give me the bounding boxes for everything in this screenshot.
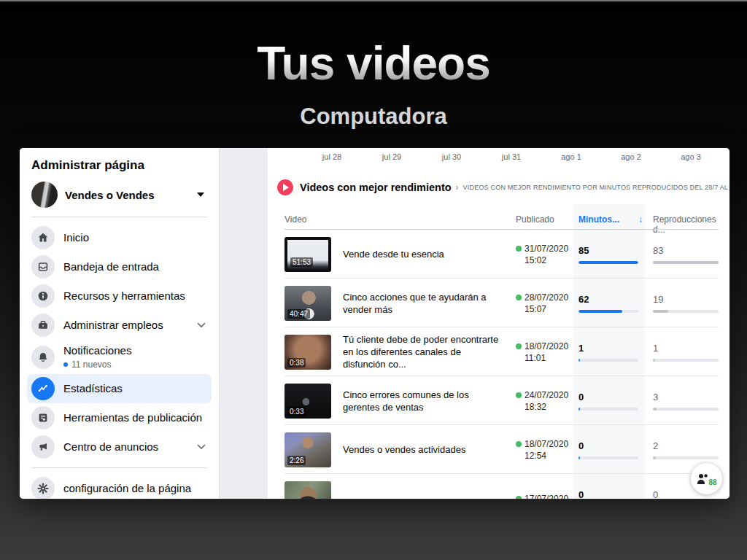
table-row[interactable]: 0:33 Cinco errores comunes de los gerent… [268, 376, 729, 425]
sidebar-item-label: Herramientas de publicación [63, 411, 207, 424]
video-title: Vende desde tu esencia [343, 248, 444, 260]
status-dot-icon [516, 496, 522, 499]
audience-count-badge[interactable]: 88 [691, 463, 722, 494]
video-thumbnail: 51:53 [285, 237, 331, 272]
status-dot-icon [516, 392, 522, 398]
publish-date: 31/07/2020 [525, 243, 568, 254]
gear-icon [31, 477, 55, 499]
page-selector[interactable]: Vendes o Vendes [31, 179, 207, 211]
info-circle-icon [31, 284, 55, 308]
minutes-cell: 62 [578, 294, 653, 313]
views-bar-fill [653, 408, 657, 411]
video-table-body: 51:53 Vende desde tu esencia 31/07/2020 … [268, 230, 729, 499]
minutes-value: 0 [578, 440, 653, 451]
stats-icon [31, 377, 55, 400]
section-title-link[interactable]: Videos con mejor rendimiento [300, 182, 452, 193]
sidebar-item-notificaciones[interactable]: Notificaciones 11 nuevos [27, 340, 212, 374]
publish-date: 18/07/2020 [525, 438, 568, 450]
video-cell: 2:26 Vendes o vendes actividades [285, 432, 516, 467]
notification-badge: 11 nuevos [63, 359, 207, 370]
publish-date: 24/07/2020 [525, 389, 568, 401]
views-bar-fill [653, 310, 668, 313]
video-title: Cinco acciones que te ayudarán a vender … [343, 291, 500, 316]
sidebar-item-label: Administrar empleos [63, 319, 197, 331]
minutes-bar-fill [578, 261, 638, 264]
views-cell: 0 [653, 489, 729, 499]
blue-dot-icon [63, 362, 68, 367]
views-bar [653, 408, 719, 411]
chevron-down-icon [197, 322, 206, 328]
table-row[interactable]: 0:38 Tú cliente debe de poder encontrart… [268, 327, 729, 376]
sidebar-item-recursos[interactable]: Recursos y herramientas [27, 281, 212, 311]
video-duration: 0:33 [287, 407, 306, 416]
sidebar-item-empleos[interactable]: Administrar empleos [27, 311, 212, 340]
video-cell [285, 481, 516, 499]
views-cell: 19 [653, 294, 729, 313]
bell-icon [31, 346, 55, 369]
sidebar-item-estadisticas[interactable]: Estadísticas [27, 374, 212, 403]
table-row[interactable]: 51:53 Vende desde tu esencia 31/07/2020 … [268, 230, 729, 279]
video-cell: 40:47 Cinco acciones que te ayudarán a v… [285, 286, 516, 321]
minutes-cell: 0 [578, 392, 653, 411]
chevron-down-icon [197, 444, 206, 450]
axis-date-label: jul 28 [302, 152, 362, 161]
minutes-cell: 0 [578, 440, 653, 459]
breadcrumb-separator: › [456, 182, 459, 192]
published-cell: 24/07/2020 18:32 [516, 389, 578, 413]
minutes-value: 62 [578, 294, 653, 305]
notification-count: 11 nuevos [71, 359, 112, 370]
views-bar-fill [653, 359, 655, 362]
views-value: 1 [653, 343, 729, 354]
video-title: Tú cliente debe de poder encontrarte en … [343, 333, 500, 370]
minutes-cell: 85 [578, 245, 653, 264]
publish-time: 15:02 [525, 254, 568, 266]
views-bar [653, 359, 719, 362]
briefcase-icon [31, 314, 55, 337]
megaphone-icon [31, 435, 55, 459]
video-duration: 2:26 [287, 456, 306, 465]
table-row[interactable]: 40:47 Cinco acciones que te ayudarán a v… [268, 279, 729, 327]
sidebar-item-centro-anuncios[interactable]: Centro de anuncios [27, 432, 212, 462]
video-cell: 51:53 Vende desde tu esencia [285, 237, 516, 272]
sidebar-item-herramientas-publicacion[interactable]: Herramientas de publicación [27, 403, 212, 432]
minutes-bar [578, 456, 638, 459]
status-dot-icon [516, 441, 522, 447]
publish-date: 18/07/2020 [525, 341, 568, 352]
sort-descending-icon: ↓ [638, 214, 653, 225]
minutes-bar [578, 408, 638, 411]
section-header: Videos con mejor rendimiento › VIDEOS CO… [277, 179, 729, 196]
axis-date-label: jul 31 [481, 152, 541, 161]
sidebar-item-label: Centro de anuncios [63, 440, 197, 453]
sidebar-item-configuracion[interactable]: configuración de la página [27, 474, 212, 499]
views-value: 83 [653, 245, 729, 256]
page-name: Vendes o Vendes [65, 189, 197, 201]
page-background-strip [219, 148, 268, 499]
video-play-icon [277, 179, 293, 195]
slide-title: Tus videos [0, 36, 747, 90]
published-cell: 31/07/2020 15:02 [516, 243, 578, 266]
publish-time: 11:01 [525, 352, 568, 364]
sidebar-item-bandeja[interactable]: Bandeja de entrada [27, 252, 212, 281]
published-cell: 18/07/2020 12:54 [516, 438, 578, 462]
caret-down-icon [197, 192, 204, 197]
sidebar-item-inicio[interactable]: Inicio [27, 223, 212, 252]
minutes-cell: 0 [578, 489, 653, 499]
table-row[interactable]: 17/07/2020 0 0 [268, 474, 729, 499]
slide-subtitle: Computadora [0, 104, 747, 130]
video-thumbnail: 0:38 [285, 335, 331, 370]
table-row[interactable]: 2:26 Vendes o vendes actividades 18/07/2… [268, 425, 729, 474]
main-content: jul 28jul 29jul 30jul 31ago 1ago 2ago 3 … [268, 148, 729, 499]
minutes-bar-fill [578, 310, 622, 313]
status-dot-icon [516, 343, 522, 349]
chart-date-axis: jul 28jul 29jul 30jul 31ago 1ago 2ago 3 [302, 152, 721, 161]
views-cell: 83 [653, 245, 729, 264]
axis-date-label: ago 2 [601, 152, 661, 161]
minutes-cell: 1 [578, 343, 653, 362]
divider [31, 217, 207, 217]
views-value: 2 [653, 440, 729, 451]
video-cell: 0:38 Tú cliente debe de poder encontrart… [285, 333, 516, 370]
sidebar-title: Administrar página [31, 157, 207, 179]
views-bar [653, 261, 719, 264]
views-bar [653, 310, 719, 313]
video-duration: 51:53 [290, 257, 313, 267]
